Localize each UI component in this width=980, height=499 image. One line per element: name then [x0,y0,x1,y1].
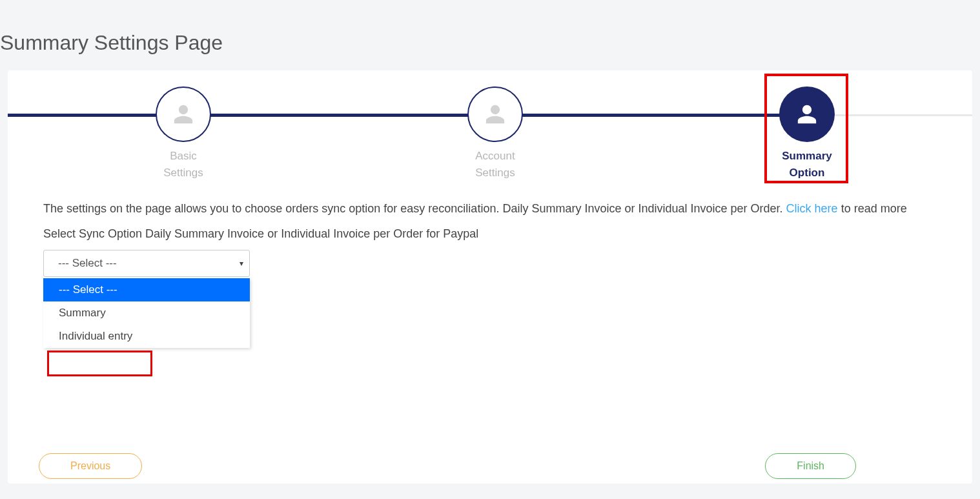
page-title: Summary Settings Page [0,0,980,70]
user-icon [172,103,194,125]
dropdown-option-summary[interactable]: Summary [43,301,250,325]
stepper: Basic Settings Account Settings Summary … [8,70,972,180]
sync-option-select[interactable]: --- Select --- [43,250,250,277]
finish-button[interactable]: Finish [765,453,856,479]
step-label-basic: Basic Settings [135,148,232,181]
highlight-box [47,351,152,376]
stepper-line [8,114,496,117]
footer-buttons: Previous Finish [39,453,856,479]
stepper-line [496,114,808,117]
step-basic-settings[interactable] [156,87,211,142]
settings-card: Basic Settings Account Settings Summary … [8,70,972,484]
sync-option-select-wrapper: --- Select --- ▾ --- Select --- Summary … [43,250,250,277]
content-area: The settings on the page allows you to c… [8,180,972,290]
step-label-account: Account Settings [447,148,544,181]
highlight-box [764,74,848,183]
sync-option-dropdown: --- Select --- Summary Individual entry [43,278,250,348]
user-icon [484,103,506,125]
click-here-link[interactable]: Click here [786,202,838,215]
dropdown-option-select[interactable]: --- Select --- [43,278,250,301]
dropdown-option-individual[interactable]: Individual entry [43,325,250,348]
description-text: The settings on the page allows you to c… [43,199,937,218]
sync-option-label: Select Sync Option Daily Summary Invoice… [43,227,937,241]
step-account-settings[interactable] [467,87,523,142]
previous-button[interactable]: Previous [39,453,142,479]
